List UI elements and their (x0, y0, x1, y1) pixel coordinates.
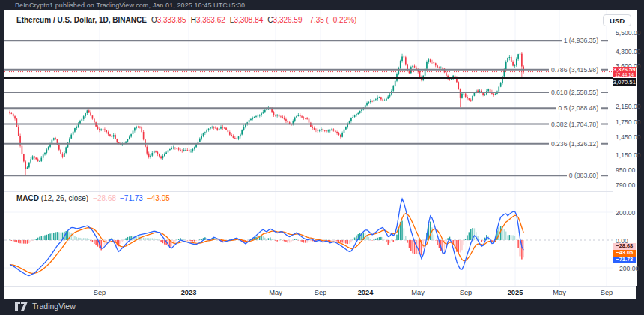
macd-title: MACD (16, 194, 39, 202)
time-axis-label: May (411, 289, 425, 296)
brand-bar: TradingView (15, 302, 76, 310)
macd-line-value: −71.73 (120, 194, 143, 202)
time-axis-label: Sep (460, 289, 473, 296)
macd-axis-label: −200.00 (616, 265, 639, 272)
ohlc-close: C3,326.59 (267, 16, 302, 24)
macd-axis-label: 200.00 (616, 209, 635, 217)
attribution-text: BeInCrypto1 published on TradingView.com… (15, 2, 245, 9)
time-axis-label: Sep (315, 289, 327, 296)
price-axis-label: 1,450.00 (616, 134, 640, 141)
price-axis-label: 5,500.00 (616, 29, 640, 37)
tradingview-snapshot: BeInCrypto1 published on TradingView.com… (0, 0, 644, 315)
price-axis-label: 790.00 (616, 182, 635, 189)
time-axis-label: 2023 (181, 289, 197, 296)
time-axis-label: May (269, 289, 282, 296)
currency-toggle-button[interactable]: USD (603, 14, 631, 26)
brand-name[interactable]: TradingView (32, 302, 76, 310)
time-axis-label: Sep (94, 289, 106, 296)
candlestick-series (9, 50, 524, 176)
time-axis[interactable]: Sep2023MaySep2024MaySep2025MaySep (4, 286, 636, 299)
price-axis-label: 2,150.00 (616, 103, 640, 110)
price-axis-label: 1,150.00 (616, 152, 640, 159)
time-axis-label: 2025 (508, 289, 523, 296)
fib-level-label: 0 (883.60) (567, 172, 601, 180)
fib-level-label: 0.236 (1,326.12) (549, 140, 601, 148)
fib-level-label: 0.382 (1,704.78) (549, 120, 601, 128)
ohlc-low: L3,308.84 (230, 16, 264, 24)
chart-card: Ethereum / U.S. Dollar, 1D, BINANCEO3,33… (4, 10, 636, 298)
fib-level-label: 0.786 (3,415.98) (549, 65, 601, 74)
macd-lines (10, 199, 523, 275)
tradingview-logo-icon[interactable] (15, 302, 28, 310)
price-axis-label: 4,300.00 (616, 48, 640, 56)
ohlc-high: H3,363.62 (191, 16, 225, 24)
signal-line (10, 214, 523, 274)
fib-level-label: 0.618 (2,558.55) (549, 88, 601, 97)
fib-level-label: 0.5 (2,088.48) (556, 104, 601, 112)
macd-signal-value: −43.05 (147, 194, 170, 202)
change-value: −7.35 (−0.22%) (306, 16, 357, 24)
ohlc-open: O3,333.85 (151, 16, 186, 24)
symbol-title: Ethereum / U.S. Dollar, 1D, BINANCE (16, 16, 147, 24)
price-axis-label: 950.00 (616, 166, 635, 174)
pane-separator (4, 191, 636, 192)
fib-level-label: 1 (4,936.35) (562, 37, 601, 45)
macd-hist-value: −28.68 (93, 194, 116, 202)
symbol-header: Ethereum / U.S. Dollar, 1D, BINANCEO3,33… (16, 16, 356, 24)
bar-countdown: 12:44:14 (613, 73, 637, 77)
time-axis-label: 2024 (358, 289, 374, 296)
macd-params: (12, 26, close) (41, 194, 88, 202)
chart-canvas[interactable] (4, 10, 613, 286)
price-axis-label: 1,750.00 (616, 118, 640, 126)
macd-line (10, 199, 523, 275)
horizontal-line-badge: 3,070.51 (613, 78, 637, 86)
macd-header: MACD (12, 26, close)−28.68−71.73−43.05 (16, 194, 170, 202)
last-price-badge: 3,326.59 12:44:14 (613, 67, 637, 77)
macd-value-badge: −71.73 (613, 256, 637, 263)
time-axis-label: Sep (601, 289, 613, 296)
time-axis-label: May (553, 289, 566, 296)
